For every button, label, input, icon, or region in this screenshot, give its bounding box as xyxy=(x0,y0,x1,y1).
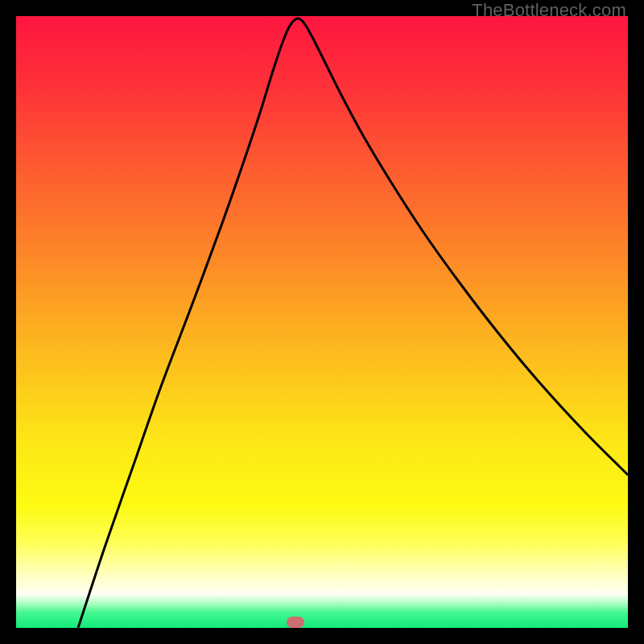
minimum-marker xyxy=(287,617,304,628)
chart-frame xyxy=(16,16,628,628)
watermark-text: TheBottleneck.com xyxy=(472,0,626,21)
bottleneck-plot xyxy=(16,16,628,628)
